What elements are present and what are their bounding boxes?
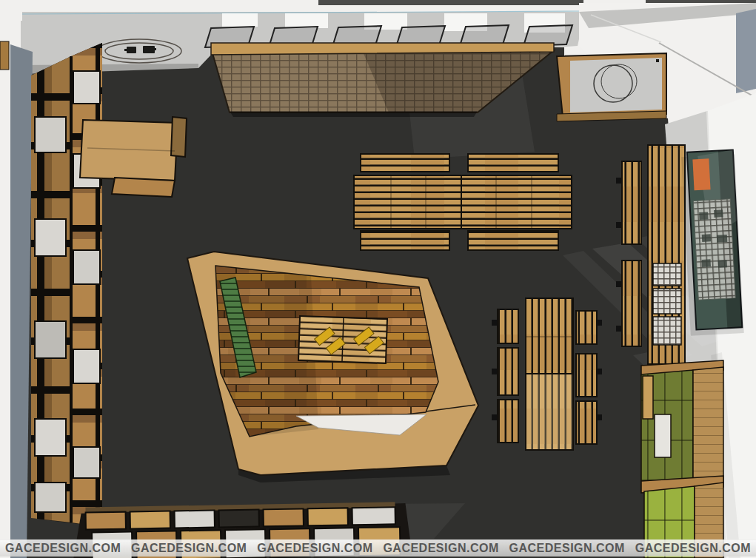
slat-bench bbox=[468, 231, 558, 250]
slat-bench bbox=[498, 400, 518, 443]
fixture-box-inner bbox=[570, 58, 662, 112]
desk-lower-step bbox=[112, 178, 175, 197]
slat-bench bbox=[498, 348, 518, 395]
round-fixture-box bbox=[557, 53, 666, 121]
cubby-cell-white bbox=[35, 419, 66, 456]
watermark-text: GACEDESIGN.COM bbox=[257, 542, 372, 555]
watermark-text: GACEDESIGN.COM bbox=[509, 542, 625, 555]
mesh-basket bbox=[653, 263, 681, 286]
slat-bench bbox=[361, 231, 449, 250]
right-bluegray-band bbox=[736, 9, 756, 93]
cubby-cell-white bbox=[73, 447, 100, 478]
skylight bbox=[285, 13, 328, 28]
table-sunlight-patch bbox=[526, 374, 572, 449]
slat-bench bbox=[576, 401, 597, 444]
left-cubby-shelving bbox=[31, 43, 102, 527]
green-lockers bbox=[641, 360, 723, 558]
cubby-cell-white bbox=[175, 511, 215, 528]
watermark-text: GACEDESIGN.COM bbox=[635, 542, 751, 555]
cubby-cell-dark bbox=[219, 509, 259, 527]
render-canvas: GACEDESIGN.COM GACEDESIGN.COM GACEDESIGN… bbox=[0, 0, 756, 558]
skylight bbox=[222, 13, 258, 27]
cubby-cell bbox=[308, 508, 348, 525]
cubby-cell-white bbox=[73, 250, 100, 284]
poster-orange-seal bbox=[692, 158, 710, 190]
locker-olive-side bbox=[693, 367, 723, 488]
long-slat-table bbox=[354, 175, 572, 229]
locker-cell-wood bbox=[643, 376, 653, 419]
cubby-cell-white bbox=[35, 483, 66, 512]
cubby-cell-white bbox=[35, 117, 66, 152]
slat-bench bbox=[622, 161, 641, 244]
slat-bench bbox=[576, 311, 597, 344]
watermark-text: GACEDESIGN.COM bbox=[5, 542, 121, 555]
slat-bench bbox=[468, 154, 558, 172]
cubby-cell bbox=[264, 508, 304, 526]
cubby-cell-white bbox=[352, 507, 395, 525]
cubby-cell-white bbox=[35, 219, 66, 256]
slat-bench bbox=[361, 154, 449, 172]
cubby-cell-white bbox=[73, 349, 100, 383]
interior-render bbox=[0, 0, 756, 558]
slat-bench bbox=[622, 260, 641, 346]
locker-cell-white bbox=[655, 414, 671, 457]
watermark-text: GACEDESIGN.COM bbox=[131, 542, 247, 555]
vertical-table-group bbox=[492, 298, 602, 450]
screen-panel-shadow bbox=[230, 111, 478, 117]
watermark-band: GACEDESIGN.COM GACEDESIGN.COM GACEDESIGN… bbox=[0, 539, 756, 557]
slat-bench bbox=[498, 309, 518, 343]
topleft-white-corner bbox=[0, 0, 22, 21]
slat-bench bbox=[576, 354, 597, 397]
platform-table bbox=[298, 316, 387, 363]
top-dark-bar bbox=[318, 0, 583, 5]
cubby-cell-white bbox=[73, 71, 100, 104]
mesh-basket bbox=[653, 289, 681, 314]
fixture-dot bbox=[656, 59, 659, 62]
cubby-cell-white bbox=[35, 321, 66, 358]
left-edge-wood-box bbox=[0, 41, 9, 70]
watermark-text: GACEDESIGN.COM bbox=[383, 542, 498, 555]
left-white-strip bbox=[0, 19, 10, 558]
wall-poster bbox=[681, 149, 744, 335]
mesh-basket bbox=[653, 317, 681, 345]
cubby-cell bbox=[130, 511, 170, 529]
cubby-cell bbox=[86, 512, 126, 530]
